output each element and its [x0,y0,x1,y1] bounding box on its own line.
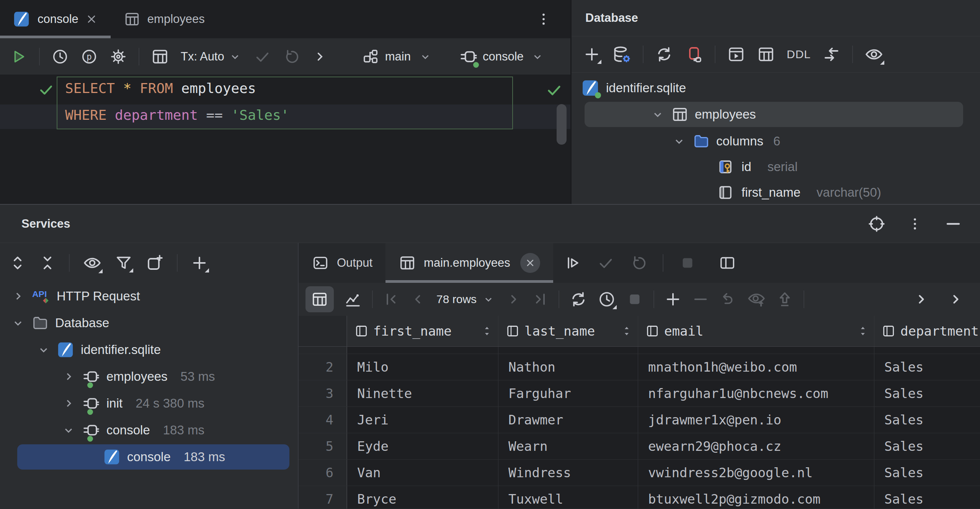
disconnect-icon[interactable] [685,45,703,64]
jump-to-console-icon[interactable] [822,45,841,64]
add-service-button[interactable] [191,254,208,272]
cell-last-name[interactable]: Wearn [498,433,638,459]
tree-item-session-init[interactable]: init 24 s 380 ms [0,390,298,417]
schedule-refresh-icon[interactable] [598,290,616,308]
sql-editor[interactable]: SELECT * FROM employees WHERE department… [0,75,570,204]
table-row[interactable]: 7 Bryce Tuxwell btuxwell2p@gizmodo.com S… [299,486,980,509]
chevron-right-icon[interactable] [312,49,328,65]
table-row[interactable]: 2 Milo Nathon mnathon1h@weibo.com Sales [299,354,980,380]
commit-check-icon[interactable] [253,48,271,65]
in-editor-results-icon[interactable] [565,254,581,271]
sort-arrows-icon[interactable] [482,325,498,338]
tree-item-columns-folder[interactable]: columns 6 [572,128,980,154]
cell-email[interactable]: jdrawmer1x@pen.io [638,407,874,433]
cell-department[interactable]: Sales [874,407,980,433]
chevron-down-icon[interactable] [672,134,686,148]
cell-department[interactable]: Sales [874,380,980,406]
table-row[interactable]: 5 Eyde Wearn ewearn29@phoca.cz Sales [299,433,980,460]
close-icon[interactable] [520,253,540,273]
column-header-first-name[interactable]: first_name [347,316,498,346]
preview-changes-icon[interactable] [747,290,766,309]
cell-last-name[interactable]: Drawmer [498,407,638,433]
chevron-down-icon[interactable] [11,316,25,330]
tree-item-console-file-selected[interactable]: console 183 ms [17,444,289,470]
submit-icon[interactable] [776,290,794,308]
expand-all-icon[interactable] [9,254,26,271]
column-header-last-name[interactable]: last_name [498,316,638,346]
cell-email[interactable]: mnathon1h@weibo.com [638,354,874,380]
cell-email[interactable]: vwindress2b@google.nl [638,460,874,486]
schema-dropdown[interactable]: main [362,48,432,65]
chevron-right-icon[interactable] [11,289,25,303]
stop-icon[interactable] [626,290,644,308]
table-icon[interactable] [757,45,775,64]
tree-item-column-first-name[interactable]: first_name varchar(50) [572,179,980,205]
cell-department[interactable]: Sales [874,354,980,380]
cell-first-name[interactable]: Ninette [347,380,498,406]
kebab-icon[interactable] [907,216,923,232]
cell-first-name[interactable]: Bryce [347,486,498,509]
commit-check-icon[interactable] [597,254,614,272]
tree-item-database-group[interactable]: Database [0,310,298,336]
cell-email[interactable]: ewearn29@phoca.cz [638,433,874,459]
cell-first-name[interactable]: Milo [347,354,498,380]
close-icon[interactable] [85,13,98,25]
add-datasource-button[interactable] [583,46,601,63]
chevron-right-icon[interactable] [61,396,76,411]
chevron-right-icon[interactable] [913,291,929,308]
chevron-right-icon[interactable] [947,291,964,308]
query-console-icon[interactable] [727,45,745,64]
tab-employees[interactable]: employees [111,0,218,38]
view-options-eye-icon[interactable] [864,45,884,64]
table-view-toggle[interactable] [305,286,334,312]
parameters-icon[interactable]: p [80,48,98,65]
cell-last-name[interactable]: Farguhar [498,380,638,406]
target-icon[interactable] [867,215,886,233]
cell-first-name[interactable]: Jeri [347,407,498,433]
tab-output[interactable]: Output [299,243,385,283]
filter-icon[interactable] [115,254,132,272]
sort-arrows-icon[interactable] [858,325,874,338]
tree-item-datasource[interactable]: identifier.sqlite [572,75,980,101]
cell-last-name[interactable]: Windress [498,460,638,486]
minimize-icon[interactable] [944,215,962,233]
chevron-down-icon[interactable] [36,343,51,357]
collapse-all-icon[interactable] [39,254,56,271]
split-view-icon[interactable] [719,254,736,272]
chevron-down-icon[interactable] [650,107,665,122]
run-button[interactable] [10,48,28,65]
table-row[interactable]: 3 Ninette Farguhar nfarguhar1u@nbcnews.c… [299,380,980,407]
cell-email[interactable]: btuxwell2p@gizmodo.com [638,486,874,509]
tab-main-employees[interactable]: main.employees [385,243,553,283]
cell-last-name[interactable]: Nathon [498,354,638,380]
rollback-icon[interactable] [630,254,647,272]
tree-item-session-employees[interactable]: employees 53 ms [0,363,298,390]
grid-corner-cell[interactable] [299,316,347,346]
cell-email[interactable]: nfarguhar1u@nbcnews.com [638,380,874,406]
table-row[interactable]: 4 Jeri Drawmer jdrawmer1x@pen.io Sales [299,407,980,433]
first-page-icon[interactable] [383,291,400,308]
datasource-properties-icon[interactable] [612,45,631,64]
next-page-icon[interactable] [505,291,522,308]
tree-item-employees-table[interactable]: employees [585,102,963,127]
tree-item-http-request[interactable]: API HTTP Request [0,283,298,310]
column-header-email[interactable]: email [638,316,874,346]
tree-item-sqlite-datasource[interactable]: identifier.sqlite [0,336,298,363]
chevron-down-icon[interactable] [61,423,76,437]
previous-page-icon[interactable] [410,291,426,308]
cell-first-name[interactable]: Eyde [347,433,498,459]
view-options-eye-icon[interactable] [83,253,102,272]
table-row[interactable]: 6 Van Windress vwindress2b@google.nl Sal… [299,460,980,486]
cell-last-name[interactable]: Tuxwell [498,486,638,509]
table-view-icon[interactable] [151,47,169,66]
sort-arrows-icon[interactable] [622,325,638,338]
settings-gear-icon[interactable] [109,48,127,65]
last-page-icon[interactable] [532,291,549,308]
refresh-icon[interactable] [655,45,673,64]
stop-icon[interactable] [679,254,696,272]
add-row-icon[interactable] [664,290,682,308]
cell-first-name[interactable]: Van [347,460,498,486]
session-dropdown[interactable]: console [459,47,544,66]
editor-tabs-menu-button[interactable] [536,0,551,38]
tab-console[interactable]: console [0,0,111,38]
